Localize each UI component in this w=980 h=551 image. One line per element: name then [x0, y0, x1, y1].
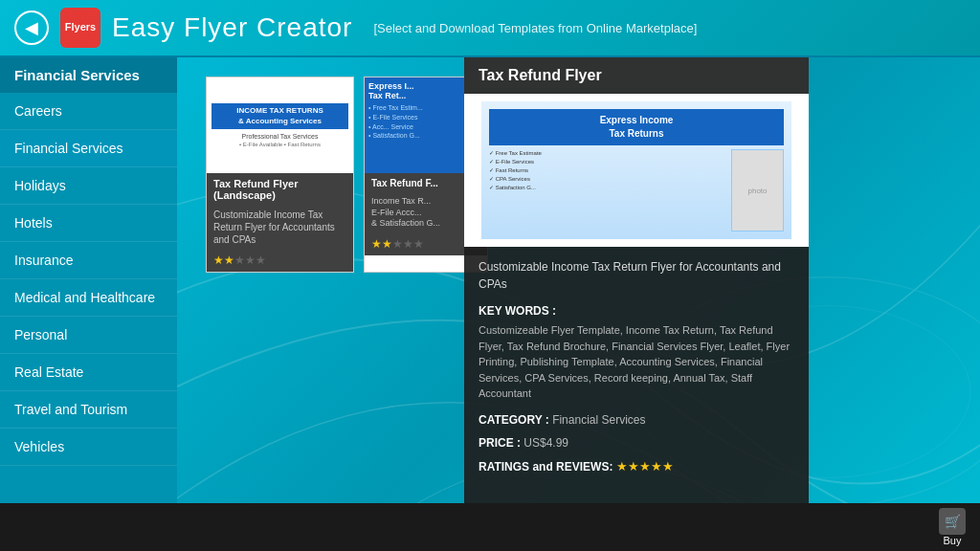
- stars-empty-2: ★★★: [392, 237, 424, 251]
- app-header: ◀ Flyers Easy Flyer Creator [Select and …: [0, 0, 980, 57]
- detail-price-row: PRICE : US$4.99: [479, 434, 794, 452]
- app-subtitle: [Select and Download Templates from Onli…: [373, 21, 697, 35]
- detail-title: Tax Refund Flyer: [464, 57, 809, 94]
- tax-preview-text: Professional Tax Services: [241, 133, 318, 140]
- buy-icon: 🛒: [939, 508, 966, 535]
- sidebar-item-real-estate[interactable]: Real Estate: [0, 354, 177, 391]
- stars-empty: ★★★: [234, 253, 266, 267]
- detail-category-label: CATEGORY :: [479, 413, 552, 427]
- detail-ratings-label: RATINGS and REVIEWS:: [479, 460, 616, 474]
- sidebar-heading: Financial Services: [0, 57, 177, 93]
- sidebar-item-vehicles[interactable]: Vehicles: [0, 429, 177, 466]
- flyer-card-landscape[interactable]: INCOME TAX RETURNS& Accounting Services …: [206, 77, 354, 273]
- detail-img-photo: photo: [731, 149, 784, 231]
- flyer-card-stars-landscape: ★★★★★: [207, 251, 353, 272]
- detail-img-body: ✓ Free Tax Estimate ✓ E-File Services ✓ …: [489, 149, 784, 231]
- detail-keywords: Customizeable Flyer Template, Income Tax…: [479, 322, 794, 402]
- detail-panel: Tax Refund Flyer Express IncomeTax Retur…: [464, 57, 809, 551]
- back-button[interactable]: ◀: [14, 11, 49, 45]
- detail-preview-image: Express IncomeTax Returns ✓ Free Tax Est…: [464, 94, 809, 247]
- sidebar-item-careers[interactable]: Careers: [0, 93, 177, 130]
- detail-img-inner: Express IncomeTax Returns ✓ Free Tax Est…: [481, 101, 791, 239]
- detail-price-value: US$4.99: [523, 436, 568, 450]
- content-area: INCOME TAX RETURNS& Accounting Services …: [177, 57, 980, 551]
- detail-img-info: ✓ Free Tax Estimate ✓ E-File Services ✓ …: [489, 149, 727, 231]
- buy-button[interactable]: 🛒 Buy: [939, 508, 966, 546]
- tax-banner: INCOME TAX RETURNS& Accounting Services: [212, 103, 348, 129]
- detail-keywords-label: KEY WORDS :: [479, 302, 794, 320]
- main-layout: Financial Services Careers Financial Ser…: [0, 57, 980, 551]
- app-title: Easy Flyer Creator: [112, 12, 352, 43]
- stars-filled: ★★: [213, 253, 234, 267]
- buy-label: Buy: [944, 535, 962, 546]
- bottom-bar: 🛒 Buy: [0, 503, 980, 551]
- sidebar-item-hotels[interactable]: Hotels: [0, 205, 177, 242]
- sidebar-item-travel-tourism[interactable]: Travel and Tourism: [0, 391, 177, 429]
- detail-category-value: Financial Services: [552, 413, 645, 427]
- sidebar: Financial Services Careers Financial Ser…: [0, 57, 177, 551]
- flyer-card-image-landscape: INCOME TAX RETURNS& Accounting Services …: [207, 77, 353, 173]
- sidebar-item-insurance[interactable]: Insurance: [0, 242, 177, 279]
- detail-ratings-stars: ★★★★★: [616, 459, 674, 474]
- stars-filled-2: ★★: [371, 237, 392, 251]
- flyer-card-title-landscape: Tax Refund Flyer (Landscape): [207, 173, 353, 206]
- tax-preview-details: • E-File Available • Fast Returns: [239, 142, 321, 147]
- sidebar-item-financial-services[interactable]: Financial Services: [0, 130, 177, 167]
- detail-price-label: PRICE :: [479, 436, 523, 450]
- sidebar-item-personal[interactable]: Personal: [0, 317, 177, 354]
- detail-img-title: Express IncomeTax Returns: [489, 109, 784, 145]
- flyer-card-desc-landscape: Customizable Income Tax Return Flyer for…: [207, 206, 353, 251]
- detail-category-row: CATEGORY : Financial Services: [479, 411, 794, 429]
- back-icon: ◀: [25, 17, 38, 38]
- logo-text: Flyers: [65, 21, 96, 33]
- sidebar-item-medical[interactable]: Medical and Healthcare: [0, 279, 177, 317]
- sidebar-item-holidays[interactable]: Holidays: [0, 167, 177, 205]
- detail-description: Customizable Income Tax Return Flyer for…: [479, 258, 794, 293]
- detail-ratings-row: RATINGS and REVIEWS: ★★★★★: [479, 457, 794, 476]
- tax-flyer-landscape-preview: INCOME TAX RETURNS& Accounting Services …: [207, 77, 353, 173]
- app-logo: Flyers: [60, 8, 100, 48]
- flyer-cards-area: INCOME TAX RETURNS& Accounting Services …: [206, 77, 488, 273]
